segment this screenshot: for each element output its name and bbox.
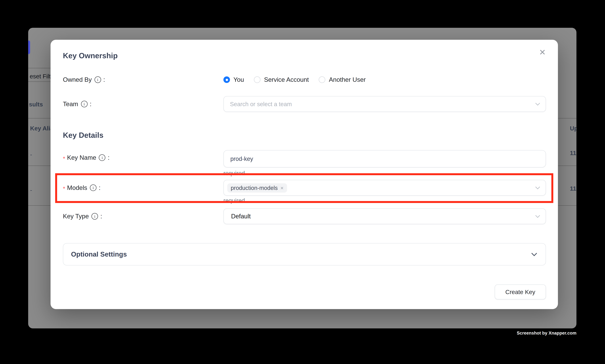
close-icon[interactable]: ✕ <box>538 47 547 58</box>
team-select-placeholder: Search or select a team <box>230 101 292 107</box>
required-asterisk: * <box>63 185 65 192</box>
table-row-updated-cell: 11/ <box>570 185 577 192</box>
results-count-fragment: sults <box>29 101 43 108</box>
remove-tag-icon[interactable]: × <box>280 185 283 190</box>
toolbar-divider <box>28 81 51 82</box>
models-label-text: Models <box>67 184 87 192</box>
info-icon[interactable]: i <box>94 77 101 83</box>
info-icon[interactable]: i <box>81 101 88 107</box>
radio-label: Service Account <box>264 76 309 83</box>
team-label-text: Team <box>63 100 78 108</box>
reset-filters-button-fragment[interactable]: eset Filt <box>30 73 51 80</box>
info-icon[interactable]: i <box>91 213 98 220</box>
key-type-label-text: Key Type <box>63 213 89 220</box>
key-name-value: prod-key <box>230 156 253 162</box>
models-label: * Models i : <box>63 184 101 192</box>
label-colon: : <box>90 100 91 108</box>
info-icon[interactable]: i <box>90 184 97 191</box>
key-ownership-title: Key Ownership <box>63 51 118 60</box>
create-key-button[interactable]: Create Key <box>495 284 546 299</box>
radio-label: You <box>233 76 244 83</box>
radio-unselected-icon[interactable] <box>254 77 261 83</box>
screenshot-canvas: eset Filt sults Key Alia Up - 11/ - 11/ … <box>0 0 605 364</box>
key-name-label-text: Key Name <box>67 154 96 161</box>
radio-option-service-account[interactable]: Service Account <box>254 76 309 83</box>
team-select[interactable]: Search or select a team <box>223 96 546 112</box>
label-colon: : <box>99 184 101 192</box>
key-name-input[interactable]: prod-key <box>223 150 546 168</box>
create-key-modal: ✕ Key Ownership Owned By i : You Service… <box>51 40 558 309</box>
label-colon: : <box>103 76 105 83</box>
table-row-alias-cell: - <box>30 187 32 194</box>
label-colon: : <box>100 213 102 220</box>
key-name-label: * Key Name i : <box>63 154 110 161</box>
model-tag: production-models × <box>227 183 287 193</box>
models-multiselect[interactable]: production-models × <box>223 180 546 196</box>
create-key-button-fragment <box>28 40 30 54</box>
chevron-down-icon <box>535 215 540 218</box>
radio-label: Another User <box>329 76 366 83</box>
optional-settings-title: Optional Settings <box>71 250 127 258</box>
key-type-select[interactable]: Default <box>223 208 546 224</box>
table-row-alias-cell: - <box>30 151 32 158</box>
key-name-validation-message: required <box>223 170 245 176</box>
watermark-text: Screenshot by Xnapper.com <box>517 331 576 335</box>
optional-settings-accordion[interactable]: Optional Settings <box>63 243 546 265</box>
owned-by-label-text: Owned By <box>63 76 92 83</box>
key-details-title: Key Details <box>63 131 103 140</box>
label-colon: : <box>108 154 110 161</box>
models-validation-message: required <box>223 197 245 204</box>
column-header-updated: Up <box>570 125 577 132</box>
chevron-down-icon <box>531 253 537 256</box>
team-label: Team i : <box>63 100 91 108</box>
key-type-label: Key Type i : <box>63 213 102 220</box>
model-tag-label: production-models <box>231 185 278 191</box>
create-key-button-label: Create Key <box>505 288 535 295</box>
info-icon[interactable]: i <box>99 154 106 161</box>
chevron-down-icon <box>535 186 540 189</box>
toolbar-divider <box>28 68 51 68</box>
radio-option-you[interactable]: You <box>223 76 244 83</box>
owned-by-label: Owned By i : <box>63 76 105 83</box>
radio-selected-icon[interactable] <box>223 77 230 83</box>
owned-by-radio-group: You Service Account Another User <box>223 76 366 83</box>
chevron-down-icon <box>535 103 540 105</box>
required-asterisk: * <box>63 155 65 162</box>
radio-option-another-user[interactable]: Another User <box>319 76 366 83</box>
key-type-value: Default <box>231 213 251 220</box>
table-row-updated-cell: 11/ <box>570 150 577 157</box>
radio-unselected-icon[interactable] <box>319 77 325 83</box>
column-header-key-alias: Key Alia <box>30 125 53 132</box>
